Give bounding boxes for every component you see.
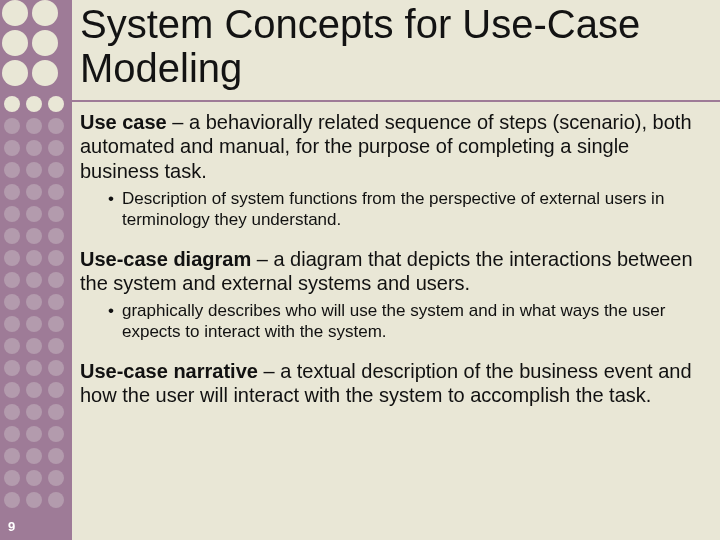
slide-number: 9 — [8, 519, 15, 534]
slide-content: System Concepts for Use-Case Modeling Us… — [80, 2, 710, 414]
slide-title: System Concepts for Use-Case Modeling — [80, 2, 710, 90]
definition-use-case: Use case – a behaviorally related sequen… — [80, 110, 702, 183]
definition-use-case-diagram: Use-case diagram – a diagram that depict… — [80, 247, 702, 296]
bullet-use-case-diagram: graphically describes who will use the s… — [108, 301, 702, 342]
bullet-use-case: Description of system functions from the… — [108, 189, 702, 230]
dot-grid — [0, 0, 72, 514]
definition-use-case-narrative: Use-case narrative – a textual descripti… — [80, 359, 702, 408]
